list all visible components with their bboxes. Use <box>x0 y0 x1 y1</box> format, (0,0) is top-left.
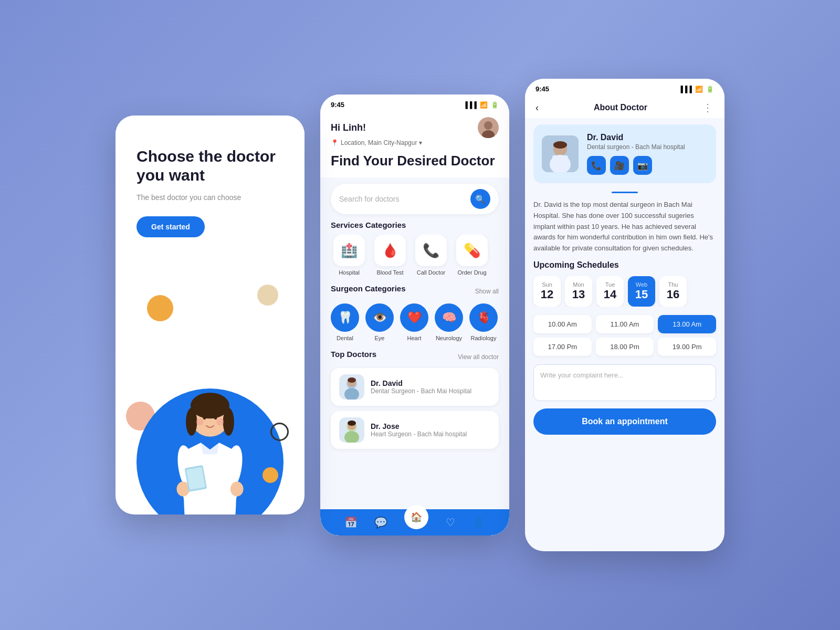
book-appointment-button[interactable]: Book an appointment <box>533 408 716 435</box>
deco-outline-circle <box>270 423 289 441</box>
video-call-button[interactable]: 🎥 <box>610 156 629 175</box>
screen-welcome: Choose the doctor you want The best doct… <box>116 116 304 514</box>
svg-point-6 <box>214 417 217 419</box>
status-time: 9:45 <box>331 101 344 109</box>
surgeon-label: Surgeon Categories <box>331 284 406 293</box>
surgeon-neurology[interactable]: 🧠 Neurology <box>435 303 463 341</box>
eye-icon: 👁️ <box>365 303 394 332</box>
nav-calendar-icon[interactable]: 📅 <box>344 516 358 529</box>
doctor-card-david[interactable]: Dr. David Dentar Surgeon - Bach Mai Hosp… <box>331 368 499 406</box>
call-doctor-label: Call Doctor <box>417 269 445 276</box>
nav-home-icon[interactable]: 🏠 <box>404 505 428 529</box>
wifi-icon: 📶 <box>480 101 488 109</box>
category-order-drug[interactable]: 💊 Order Drug <box>454 235 490 276</box>
category-call-doctor[interactable]: 📞 Call Doctor <box>413 235 449 276</box>
user-avatar[interactable] <box>478 117 499 138</box>
view-all-link[interactable]: View all doctor <box>458 353 499 361</box>
surgeon-dental[interactable]: 🦷 Dental <box>331 303 359 341</box>
time-slot-1000[interactable]: 10.00 Am <box>533 315 592 333</box>
message-button[interactable]: 📷 <box>633 156 652 175</box>
back-button[interactable]: ‹ <box>536 102 539 113</box>
category-hospital[interactable]: 🏥 Hospital <box>331 235 368 276</box>
doctor-david-specialty: Dentar Surgeon - Bach Mai Hospital <box>371 387 471 395</box>
doctor-jose-specialty: Heart Surgeon - Bach Mai hospital <box>371 430 467 438</box>
neurology-icon: 🧠 <box>435 303 463 332</box>
svg-rect-29 <box>552 155 568 169</box>
order-drug-label: Order Drug <box>457 269 486 276</box>
nav-favorites-icon[interactable]: ♡ <box>446 516 455 529</box>
time-slot-1700[interactable]: 17.00 Pm <box>533 338 592 356</box>
time-slot-1100[interactable]: 11.00 Am <box>596 315 654 333</box>
location-pin-icon: 📍 <box>331 139 339 146</box>
blood-test-icon-box: 🩸 <box>374 235 406 266</box>
search-button[interactable]: 🔍 <box>470 189 490 209</box>
signal-icon: ▐▐▐ <box>463 101 477 109</box>
svg-point-3 <box>186 408 197 436</box>
cal-day-thu-num: 16 <box>667 288 679 301</box>
svg-point-27 <box>553 141 567 149</box>
cal-day-mon-name: Mon <box>573 281 584 288</box>
cal-day-wed[interactable]: Web 15 <box>628 276 655 307</box>
cal-day-sun[interactable]: Sun 12 <box>533 276 561 307</box>
doctor-profile-info: Dr. David Dental surgeon - Bach Mai hosp… <box>587 133 708 175</box>
deco-orange-circle <box>147 295 173 321</box>
svg-point-22 <box>344 431 359 443</box>
doctor-jose-avatar <box>339 417 364 443</box>
svg-point-8 <box>216 418 224 425</box>
active-tab-line <box>612 192 638 193</box>
doctor-jose-info: Dr. Jose Heart Surgeon - Bach Mai hospit… <box>371 422 467 438</box>
cal-day-tue-name: Tue <box>605 281 615 288</box>
welcome-illustration <box>116 253 304 514</box>
svg-point-4 <box>223 408 234 436</box>
more-options-icon[interactable]: ⋮ <box>702 101 714 114</box>
dental-label: Dental <box>337 335 353 341</box>
search-bar[interactable]: Search for doctors 🔍 <box>331 184 499 214</box>
get-started-button[interactable]: Get started <box>136 216 205 237</box>
status-icons: ▐▐▐ 📶 🔋 <box>463 101 499 109</box>
time-slot-1300[interactable]: 13.00 Am <box>658 315 716 333</box>
cal-day-thu-name: Thu <box>668 281 678 288</box>
category-blood-test[interactable]: 🩸 Blood Test <box>372 235 408 276</box>
s3-battery-icon: 🔋 <box>706 86 714 93</box>
blood-test-label: Blood Test <box>376 269 403 276</box>
call-button[interactable]: 📞 <box>587 156 606 175</box>
welcome-subtitle: The best doctor you can choose <box>136 193 284 202</box>
screen-home: 9:45 ▐▐▐ 📶 🔋 Hi Linh! 📍 Location, Main C… <box>320 94 509 536</box>
nav-profile-icon[interactable]: 👤 <box>472 516 485 529</box>
s3-wifi-icon: 📶 <box>695 86 703 93</box>
surgeon-eye[interactable]: 👁️ Eye <box>365 303 394 341</box>
about-text: Dr. David is the top most dental surgeon… <box>525 195 724 260</box>
cal-day-tue[interactable]: Tue 14 <box>596 276 624 307</box>
services-categories: 🏥 Hospital 🩸 Blood Test 📞 Call Doctor 💊 … <box>320 235 509 276</box>
hospital-label: Hospital <box>339 269 360 276</box>
svg-point-18 <box>344 388 359 400</box>
time-slots-grid: 10.00 Am 11.00 Am 13.00 Am 17.00 Pm 18.0… <box>525 315 724 356</box>
location-row[interactable]: 📍 Location, Main City-Napgur ▾ <box>331 139 499 146</box>
surgeon-heart[interactable]: ❤️ Heart <box>400 303 428 341</box>
hospital-icon-box: 🏥 <box>333 235 365 266</box>
s3-status-time: 9:45 <box>536 85 549 93</box>
surgeon-radiology[interactable]: 🫀 Radiology <box>469 303 498 341</box>
cal-day-mon[interactable]: Mon 13 <box>565 276 592 307</box>
svg-point-2 <box>191 393 229 418</box>
eye-label: Eye <box>375 335 385 341</box>
svg-point-5 <box>203 417 206 419</box>
doctor-illustration <box>158 357 262 514</box>
doctor-profile-avatar <box>542 135 579 172</box>
status-bar: 9:45 ▐▐▐ 📶 🔋 <box>320 94 509 113</box>
cal-day-thu[interactable]: Thu 16 <box>659 276 687 307</box>
services-label: Services Categories <box>320 220 509 229</box>
doctor-profile-specialty: Dental surgeon - Bach Mai hospital <box>587 143 708 151</box>
s3-signal-icon: ▐▐▐ <box>678 86 692 93</box>
time-slot-1900[interactable]: 19.00 Pm <box>658 338 716 356</box>
complaint-input[interactable]: Write your complaint here... <box>533 364 716 401</box>
show-all-link[interactable]: Show all <box>475 288 499 295</box>
home-header: Hi Linh! 📍 Location, Main City-Napgur ▾ … <box>320 113 509 177</box>
time-slot-1800[interactable]: 18.00 Pm <box>596 338 654 356</box>
call-doctor-icon-box: 📞 <box>415 235 447 266</box>
nav-chat-icon[interactable]: 💬 <box>374 516 387 529</box>
svg-point-15 <box>484 121 492 130</box>
location-text: Location, Main City-Napgur <box>341 139 417 146</box>
deco-small-circle <box>168 327 178 337</box>
doctor-card-jose[interactable]: Dr. Jose Heart Surgeon - Bach Mai hospit… <box>331 411 499 449</box>
